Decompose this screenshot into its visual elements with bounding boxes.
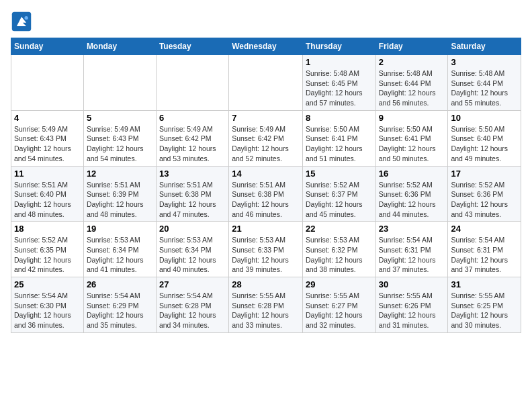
calendar-header-row: SundayMondayTuesdayWednesdayThursdayFrid… <box>11 38 521 55</box>
calendar-cell: 4Sunrise: 5:49 AM Sunset: 6:43 PM Daylig… <box>11 110 84 166</box>
day-number: 18 <box>14 224 81 234</box>
day-number: 10 <box>451 113 518 123</box>
calendar-cell: 13Sunrise: 5:51 AM Sunset: 6:38 PM Dayli… <box>156 166 228 222</box>
day-number: 27 <box>159 279 226 289</box>
day-number: 16 <box>379 169 445 179</box>
calendar-cell: 31Sunrise: 5:55 AM Sunset: 6:25 PM Dayli… <box>448 277 521 333</box>
day-detail: Sunrise: 5:48 AM Sunset: 6:44 PM Dayligh… <box>379 68 445 108</box>
day-header-thursday: Thursday <box>302 38 375 55</box>
day-header-saturday: Saturday <box>448 38 521 55</box>
calendar-cell: 12Sunrise: 5:51 AM Sunset: 6:39 PM Dayli… <box>83 166 156 222</box>
day-number: 4 <box>14 113 81 123</box>
calendar-week-3: 11Sunrise: 5:51 AM Sunset: 6:40 PM Dayli… <box>11 166 521 222</box>
day-detail: Sunrise: 5:53 AM Sunset: 6:34 PM Dayligh… <box>87 235 153 275</box>
day-number: 26 <box>87 279 153 289</box>
day-number: 3 <box>451 57 518 67</box>
day-header-friday: Friday <box>375 38 448 55</box>
calendar-cell: 15Sunrise: 5:52 AM Sunset: 6:37 PM Dayli… <box>302 166 375 222</box>
day-header-monday: Monday <box>83 38 156 55</box>
day-number: 22 <box>306 224 373 234</box>
day-detail: Sunrise: 5:51 AM Sunset: 6:39 PM Dayligh… <box>87 180 153 220</box>
day-number: 21 <box>232 224 300 234</box>
day-detail: Sunrise: 5:50 AM Sunset: 6:41 PM Dayligh… <box>379 124 445 164</box>
day-detail: Sunrise: 5:51 AM Sunset: 6:38 PM Dayligh… <box>159 180 226 220</box>
day-number: 2 <box>379 57 445 67</box>
calendar-cell: 5Sunrise: 5:49 AM Sunset: 6:43 PM Daylig… <box>83 110 156 166</box>
day-detail: Sunrise: 5:53 AM Sunset: 6:34 PM Dayligh… <box>159 235 226 275</box>
day-number: 13 <box>159 169 226 179</box>
day-detail: Sunrise: 5:53 AM Sunset: 6:32 PM Dayligh… <box>306 235 373 275</box>
day-number: 5 <box>87 113 153 123</box>
day-number: 17 <box>451 169 518 179</box>
day-number: 25 <box>14 279 81 289</box>
day-detail: Sunrise: 5:49 AM Sunset: 6:43 PM Dayligh… <box>87 124 153 164</box>
calendar-week-5: 25Sunrise: 5:54 AM Sunset: 6:30 PM Dayli… <box>11 277 521 333</box>
logo-icon <box>11 11 32 32</box>
calendar-cell: 25Sunrise: 5:54 AM Sunset: 6:30 PM Dayli… <box>11 277 84 333</box>
day-detail: Sunrise: 5:55 AM Sunset: 6:25 PM Dayligh… <box>451 291 518 330</box>
calendar-cell: 27Sunrise: 5:54 AM Sunset: 6:28 PM Dayli… <box>156 277 228 333</box>
calendar-table: SundayMondayTuesdayWednesdayThursdayFrid… <box>11 38 521 333</box>
day-number: 20 <box>159 224 226 234</box>
calendar-cell: 28Sunrise: 5:55 AM Sunset: 6:28 PM Dayli… <box>229 277 303 333</box>
calendar-cell: 14Sunrise: 5:51 AM Sunset: 6:38 PM Dayli… <box>229 166 303 222</box>
day-detail: Sunrise: 5:54 AM Sunset: 6:30 PM Dayligh… <box>14 291 81 330</box>
calendar-cell: 7Sunrise: 5:49 AM Sunset: 6:42 PM Daylig… <box>229 110 303 166</box>
calendar-cell <box>229 55 303 111</box>
day-detail: Sunrise: 5:51 AM Sunset: 6:40 PM Dayligh… <box>14 180 81 220</box>
day-number: 8 <box>306 113 373 123</box>
calendar-cell: 18Sunrise: 5:52 AM Sunset: 6:35 PM Dayli… <box>11 222 84 277</box>
calendar-cell: 6Sunrise: 5:49 AM Sunset: 6:42 PM Daylig… <box>156 110 228 166</box>
page-header <box>11 11 521 32</box>
day-number: 23 <box>379 224 445 234</box>
calendar-week-4: 18Sunrise: 5:52 AM Sunset: 6:35 PM Dayli… <box>11 222 521 277</box>
calendar-cell: 2Sunrise: 5:48 AM Sunset: 6:44 PM Daylig… <box>375 55 448 111</box>
calendar-cell: 9Sunrise: 5:50 AM Sunset: 6:41 PM Daylig… <box>375 110 448 166</box>
day-detail: Sunrise: 5:52 AM Sunset: 6:36 PM Dayligh… <box>379 180 445 220</box>
day-number: 15 <box>306 169 373 179</box>
day-detail: Sunrise: 5:54 AM Sunset: 6:29 PM Dayligh… <box>87 291 153 330</box>
calendar-week-2: 4Sunrise: 5:49 AM Sunset: 6:43 PM Daylig… <box>11 110 521 166</box>
day-number: 28 <box>232 279 300 289</box>
day-detail: Sunrise: 5:49 AM Sunset: 6:42 PM Dayligh… <box>232 124 300 164</box>
day-number: 14 <box>232 169 300 179</box>
calendar-cell: 17Sunrise: 5:52 AM Sunset: 6:36 PM Dayli… <box>448 166 521 222</box>
day-detail: Sunrise: 5:49 AM Sunset: 6:43 PM Dayligh… <box>14 124 81 164</box>
logo <box>11 11 36 32</box>
day-number: 29 <box>306 279 373 289</box>
day-header-tuesday: Tuesday <box>156 38 228 55</box>
day-detail: Sunrise: 5:51 AM Sunset: 6:38 PM Dayligh… <box>232 180 300 220</box>
day-number: 19 <box>87 224 153 234</box>
day-header-wednesday: Wednesday <box>229 38 303 55</box>
calendar-cell: 11Sunrise: 5:51 AM Sunset: 6:40 PM Dayli… <box>11 166 84 222</box>
calendar-cell: 29Sunrise: 5:55 AM Sunset: 6:27 PM Dayli… <box>302 277 375 333</box>
day-number: 31 <box>451 279 518 289</box>
calendar-cell: 3Sunrise: 5:48 AM Sunset: 6:44 PM Daylig… <box>448 55 521 111</box>
day-detail: Sunrise: 5:53 AM Sunset: 6:33 PM Dayligh… <box>232 235 300 275</box>
day-number: 30 <box>379 279 445 289</box>
calendar-cell: 16Sunrise: 5:52 AM Sunset: 6:36 PM Dayli… <box>375 166 448 222</box>
day-detail: Sunrise: 5:55 AM Sunset: 6:26 PM Dayligh… <box>379 291 445 330</box>
day-detail: Sunrise: 5:49 AM Sunset: 6:42 PM Dayligh… <box>159 124 226 164</box>
day-detail: Sunrise: 5:54 AM Sunset: 6:31 PM Dayligh… <box>379 235 445 275</box>
calendar-cell: 8Sunrise: 5:50 AM Sunset: 6:41 PM Daylig… <box>302 110 375 166</box>
calendar-cell: 20Sunrise: 5:53 AM Sunset: 6:34 PM Dayli… <box>156 222 228 277</box>
day-detail: Sunrise: 5:52 AM Sunset: 6:36 PM Dayligh… <box>451 180 518 220</box>
calendar-week-1: 1Sunrise: 5:48 AM Sunset: 6:45 PM Daylig… <box>11 55 521 111</box>
day-detail: Sunrise: 5:55 AM Sunset: 6:27 PM Dayligh… <box>306 291 373 330</box>
day-detail: Sunrise: 5:54 AM Sunset: 6:28 PM Dayligh… <box>159 291 226 330</box>
calendar-cell: 21Sunrise: 5:53 AM Sunset: 6:33 PM Dayli… <box>229 222 303 277</box>
day-detail: Sunrise: 5:50 AM Sunset: 6:41 PM Dayligh… <box>306 124 373 164</box>
calendar-cell: 10Sunrise: 5:50 AM Sunset: 6:40 PM Dayli… <box>448 110 521 166</box>
day-number: 7 <box>232 113 300 123</box>
day-detail: Sunrise: 5:52 AM Sunset: 6:37 PM Dayligh… <box>306 180 373 220</box>
day-number: 24 <box>451 224 518 234</box>
day-header-sunday: Sunday <box>11 38 84 55</box>
day-number: 1 <box>306 57 373 67</box>
calendar-cell <box>11 55 84 111</box>
calendar-cell: 24Sunrise: 5:54 AM Sunset: 6:31 PM Dayli… <box>448 222 521 277</box>
calendar-cell: 23Sunrise: 5:54 AM Sunset: 6:31 PM Dayli… <box>375 222 448 277</box>
day-number: 11 <box>14 169 81 179</box>
day-detail: Sunrise: 5:48 AM Sunset: 6:45 PM Dayligh… <box>306 68 373 108</box>
calendar-cell: 19Sunrise: 5:53 AM Sunset: 6:34 PM Dayli… <box>83 222 156 277</box>
